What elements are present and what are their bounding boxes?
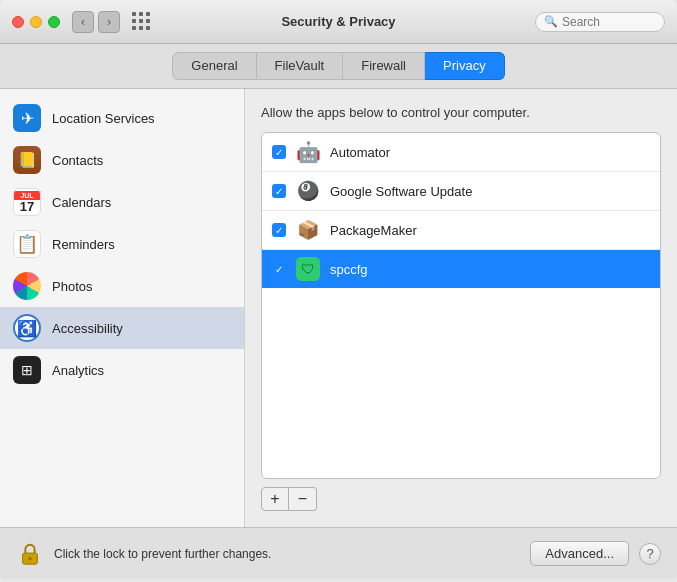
lock-icon-wrap[interactable] bbox=[16, 540, 44, 568]
app-name-gsu: Google Software Update bbox=[330, 184, 472, 199]
sidebar-label-calendars: Calendars bbox=[52, 195, 111, 210]
calendars-icon: JUL 17 bbox=[13, 188, 41, 216]
contacts-icon: 📒 bbox=[13, 146, 41, 174]
checkbox-automator[interactable]: ✓ bbox=[272, 145, 286, 159]
location-services-icon: ✈ bbox=[13, 104, 41, 132]
packagemaker-icon: 📦 bbox=[296, 218, 320, 242]
reminders-icon: 📋 bbox=[13, 230, 41, 258]
sidebar-label-accessibility: Accessibility bbox=[52, 321, 123, 336]
automator-icon: 🤖 bbox=[296, 140, 320, 164]
app-grid-button[interactable] bbox=[130, 11, 152, 33]
sidebar-label-reminders: Reminders bbox=[52, 237, 115, 252]
search-input[interactable] bbox=[562, 15, 652, 29]
add-app-button[interactable]: + bbox=[261, 487, 289, 511]
search-box[interactable]: 🔍 bbox=[535, 12, 665, 32]
bottombar: Click the lock to prevent further change… bbox=[0, 527, 677, 579]
spccfg-icon: 🛡 bbox=[296, 257, 320, 281]
titlebar: ‹ › Security & Privacy 🔍 bbox=[0, 0, 677, 44]
app-list: ✓ 🤖 Automator ✓ 🎱 Google Software Update… bbox=[261, 132, 661, 479]
app-name-automator: Automator bbox=[330, 145, 390, 160]
tab-privacy[interactable]: Privacy bbox=[425, 52, 505, 80]
app-row-spccfg[interactable]: ✓ 🛡 spccfg bbox=[262, 250, 660, 288]
main-content: ✈ Location Services 📒 Contacts JUL 17 Ca… bbox=[0, 89, 677, 527]
sidebar-item-accessibility[interactable]: ♿ Accessibility bbox=[0, 307, 244, 349]
svg-point-1 bbox=[28, 556, 32, 560]
sidebar-item-calendars[interactable]: JUL 17 Calendars bbox=[0, 181, 244, 223]
maximize-button[interactable] bbox=[48, 16, 60, 28]
photos-icon bbox=[13, 272, 41, 300]
sidebar-item-contacts[interactable]: 📒 Contacts bbox=[0, 139, 244, 181]
nav-arrows: ‹ › bbox=[72, 11, 120, 33]
right-panel: Allow the apps below to control your com… bbox=[245, 89, 677, 527]
app-row-gsu[interactable]: ✓ 🎱 Google Software Update bbox=[262, 172, 660, 211]
sidebar: ✈ Location Services 📒 Contacts JUL 17 Ca… bbox=[0, 89, 245, 527]
sidebar-item-location-services[interactable]: ✈ Location Services bbox=[0, 97, 244, 139]
gsu-icon: 🎱 bbox=[296, 179, 320, 203]
sidebar-label-location-services: Location Services bbox=[52, 111, 155, 126]
list-controls: + − bbox=[261, 487, 661, 511]
sidebar-item-reminders[interactable]: 📋 Reminders bbox=[0, 223, 244, 265]
app-name-spccfg: spccfg bbox=[330, 262, 368, 277]
remove-app-button[interactable]: − bbox=[289, 487, 317, 511]
help-button[interactable]: ? bbox=[639, 543, 661, 565]
panel-description: Allow the apps below to control your com… bbox=[261, 105, 661, 120]
sidebar-item-photos[interactable]: Photos bbox=[0, 265, 244, 307]
checkbox-gsu[interactable]: ✓ bbox=[272, 184, 286, 198]
lock-icon bbox=[19, 541, 41, 567]
minimize-button[interactable] bbox=[30, 16, 42, 28]
tab-general[interactable]: General bbox=[172, 52, 256, 80]
analytics-icon: ⊞ bbox=[13, 356, 41, 384]
app-name-packagemaker: PackageMaker bbox=[330, 223, 417, 238]
sidebar-item-analytics[interactable]: ⊞ Analytics bbox=[0, 349, 244, 391]
tab-firewall[interactable]: Firewall bbox=[343, 52, 425, 80]
app-row-packagemaker[interactable]: ✓ 📦 PackageMaker bbox=[262, 211, 660, 250]
tabbar: General FileVault Firewall Privacy bbox=[0, 44, 677, 89]
sidebar-label-analytics: Analytics bbox=[52, 363, 104, 378]
sidebar-label-contacts: Contacts bbox=[52, 153, 103, 168]
tab-filevault[interactable]: FileVault bbox=[257, 52, 344, 80]
advanced-button[interactable]: Advanced... bbox=[530, 541, 629, 566]
accessibility-icon: ♿ bbox=[13, 314, 41, 342]
sidebar-label-photos: Photos bbox=[52, 279, 92, 294]
traffic-lights bbox=[12, 16, 60, 28]
back-button[interactable]: ‹ bbox=[72, 11, 94, 33]
close-button[interactable] bbox=[12, 16, 24, 28]
search-icon: 🔍 bbox=[544, 15, 558, 28]
checkbox-packagemaker[interactable]: ✓ bbox=[272, 223, 286, 237]
window-title: Security & Privacy bbox=[281, 14, 395, 29]
grid-icon bbox=[132, 12, 151, 31]
forward-button[interactable]: › bbox=[98, 11, 120, 33]
checkbox-spccfg[interactable]: ✓ bbox=[272, 262, 286, 276]
app-row-automator[interactable]: ✓ 🤖 Automator bbox=[262, 133, 660, 172]
lock-text: Click the lock to prevent further change… bbox=[54, 547, 520, 561]
